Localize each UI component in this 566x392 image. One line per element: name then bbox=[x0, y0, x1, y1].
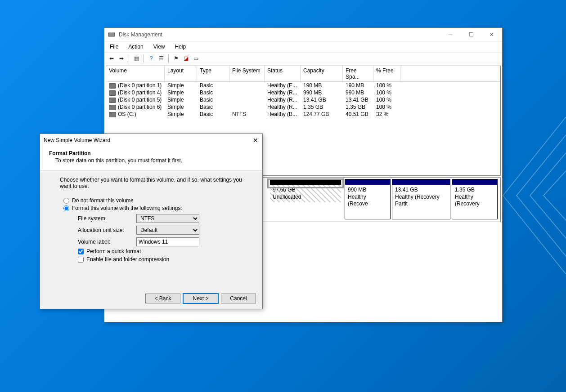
checkbox-compression[interactable] bbox=[78, 257, 84, 263]
disk-icon bbox=[109, 105, 116, 110]
forward-icon[interactable]: ➡ bbox=[117, 54, 126, 63]
wiz-header: Format Partition To store data on this p… bbox=[40, 147, 262, 170]
grid-icon[interactable]: ▦ bbox=[132, 54, 141, 63]
wiz-titlebar[interactable]: New Simple Volume Wizard ✕ bbox=[40, 134, 262, 147]
next-button[interactable]: Next > bbox=[183, 294, 218, 303]
radio-do-not-format[interactable] bbox=[63, 198, 69, 204]
col-status[interactable]: Status bbox=[265, 66, 301, 82]
partition-block[interactable]: 97.66 GBUnallocated bbox=[268, 179, 343, 188]
properties-icon[interactable]: ◪ bbox=[181, 54, 190, 63]
label-volume-label: Volume label: bbox=[78, 239, 136, 245]
list-icon[interactable]: ☰ bbox=[157, 54, 166, 63]
menu-file[interactable]: File bbox=[108, 43, 120, 51]
wiz-subheading: To store data on this partition, you mus… bbox=[55, 157, 253, 164]
back-button[interactable]: < Back bbox=[145, 294, 180, 303]
label-filesystem: File system: bbox=[78, 215, 136, 222]
close-button[interactable]: ✕ bbox=[481, 28, 502, 41]
volume-table-body: (Disk 0 partition 1)SimpleBasicHealthy (… bbox=[106, 82, 500, 118]
cancel-button[interactable]: Cancel bbox=[221, 294, 256, 303]
checkbox-quick-format-label: Perform a quick format bbox=[86, 248, 141, 254]
radio-format[interactable] bbox=[63, 205, 69, 211]
radio-format-label: Format this volume with the following se… bbox=[72, 205, 182, 211]
col-type[interactable]: Type bbox=[197, 66, 229, 82]
menu-view[interactable]: View bbox=[152, 43, 167, 51]
new-simple-volume-wizard: New Simple Volume Wizard ✕ Format Partit… bbox=[40, 134, 263, 309]
col-pctfree[interactable]: % Free bbox=[373, 66, 400, 82]
select-filesystem[interactable]: NTFS bbox=[136, 214, 199, 223]
partition-block[interactable]: 1.35 GBHealthy (Recovery bbox=[452, 179, 498, 219]
volume-table-header: Volume Layout Type File System Status Ca… bbox=[106, 66, 500, 82]
minimize-button[interactable]: ─ bbox=[440, 28, 461, 41]
dm-title: Disk Management bbox=[119, 31, 440, 38]
col-free[interactable]: Free Spa... bbox=[343, 66, 373, 82]
back-icon[interactable]: ⬅ bbox=[107, 54, 116, 63]
table-row[interactable]: (Disk 0 partition 6)SimpleBasicHealthy (… bbox=[106, 103, 500, 111]
svg-rect-1 bbox=[109, 34, 114, 34]
select-allocation-unit[interactable]: Default bbox=[136, 226, 199, 235]
refresh-icon[interactable]: ⚑ bbox=[171, 54, 180, 63]
settings-icon[interactable]: ▭ bbox=[191, 54, 200, 63]
col-capacity[interactable]: Capacity bbox=[301, 66, 343, 82]
disk-icon bbox=[109, 90, 116, 96]
svg-rect-0 bbox=[108, 33, 115, 36]
col-filesystem[interactable]: File System bbox=[229, 66, 265, 82]
label-allocation-unit: Allocation unit size: bbox=[78, 227, 136, 233]
wiz-close-button[interactable]: ✕ bbox=[249, 134, 262, 147]
wiz-heading: Format Partition bbox=[49, 150, 253, 156]
dm-toolbar: ⬅ ➡ ▦ ? ☰ ⚑ ◪ ▭ bbox=[104, 53, 502, 64]
table-row[interactable]: (Disk 0 partition 1)SimpleBasicHealthy (… bbox=[106, 82, 500, 89]
table-row[interactable]: (Disk 0 partition 5)SimpleBasicHealthy (… bbox=[106, 96, 500, 103]
disk-icon bbox=[109, 98, 116, 103]
checkbox-compression-label: Enable file and folder compression bbox=[86, 256, 169, 263]
table-row[interactable]: OS (C:)SimpleBasicNTFSHealthy (B...124.7… bbox=[106, 111, 500, 118]
table-row[interactable]: (Disk 0 partition 4)SimpleBasicHealthy (… bbox=[106, 89, 500, 96]
wiz-title: New Simple Volume Wizard bbox=[40, 137, 249, 143]
maximize-button[interactable]: ☐ bbox=[461, 28, 481, 41]
partition-block[interactable]: 13.41 GBHealthy (Recovery Partit bbox=[392, 179, 450, 219]
col-layout[interactable]: Layout bbox=[165, 66, 197, 82]
checkbox-quick-format[interactable] bbox=[78, 249, 84, 254]
disk-icon bbox=[109, 112, 116, 117]
partition-block[interactable]: 990 MBHealthy (Recove bbox=[345, 179, 391, 219]
help-icon[interactable]: ? bbox=[147, 54, 156, 63]
input-volume-label[interactable] bbox=[136, 237, 199, 246]
disk-icon bbox=[109, 83, 116, 89]
menu-help[interactable]: Help bbox=[173, 43, 188, 51]
col-volume[interactable]: Volume bbox=[106, 66, 165, 82]
dm-app-icon bbox=[108, 31, 115, 38]
radio-do-not-format-label: Do not format this volume bbox=[72, 197, 134, 204]
dm-menubar: File Action View Help bbox=[104, 42, 502, 53]
menu-action[interactable]: Action bbox=[126, 43, 145, 51]
dm-titlebar[interactable]: Disk Management ─ ☐ ✕ bbox=[104, 28, 502, 42]
wiz-intro: Choose whether you want to format this v… bbox=[60, 177, 250, 189]
